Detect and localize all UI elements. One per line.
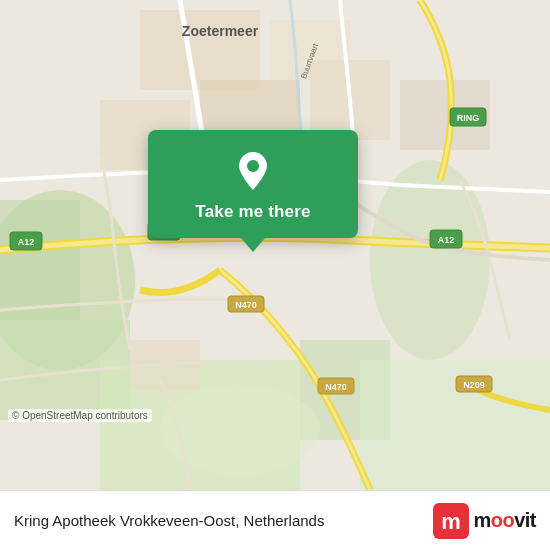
take-me-there-card[interactable]: Take me there [148,130,358,238]
svg-rect-9 [140,10,260,90]
svg-text:Zoetermeer: Zoetermeer [182,23,259,39]
take-me-there-button[interactable]: Take me there [195,202,310,222]
moovit-wordmark: moovit [473,509,536,532]
map-copyright: © OpenStreetMap contributors [8,409,152,422]
svg-text:m: m [442,509,462,534]
moovit-logo: m moovit [433,503,536,539]
svg-rect-7 [360,360,550,490]
svg-text:A12: A12 [438,235,455,245]
location-pin-icon [231,148,275,192]
svg-rect-5 [0,200,80,320]
svg-text:N470: N470 [325,382,347,392]
location-name: Kring Apotheek Vrokkeveen-Oost, Netherla… [14,512,433,529]
svg-text:RING: RING [457,113,480,123]
svg-point-32 [247,160,259,172]
svg-text:A12: A12 [18,237,35,247]
svg-text:N470: N470 [235,300,257,310]
map-container: A12 A12 A12 RING N470 N470 N209 Zoeterme… [0,0,550,490]
moovit-m-icon: m [433,503,469,539]
bottom-bar: Kring Apotheek Vrokkeveen-Oost, Netherla… [0,490,550,550]
svg-text:N209: N209 [463,380,485,390]
